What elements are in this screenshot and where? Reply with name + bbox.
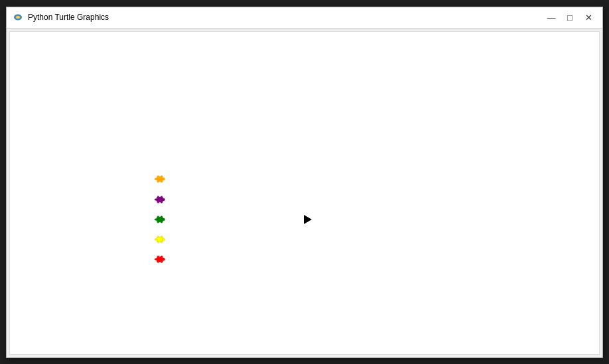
- turtle-yellow: [153, 234, 167, 245]
- svg-point-36: [155, 258, 157, 259]
- app-icon: [12, 11, 24, 23]
- turtle-canvas: [9, 31, 600, 355]
- svg-point-4: [15, 18, 16, 19]
- turtle-green: [153, 214, 167, 225]
- svg-point-3: [20, 15, 21, 17]
- svg-point-21: [163, 218, 165, 221]
- maximize-button[interactable]: □: [561, 10, 578, 25]
- svg-point-15: [155, 198, 157, 200]
- window-controls: — □ ✕: [543, 10, 597, 25]
- svg-point-35: [163, 258, 165, 261]
- close-button[interactable]: ✕: [580, 10, 597, 25]
- turtle-main-cursor: [304, 215, 312, 224]
- svg-point-14: [163, 198, 165, 201]
- svg-point-7: [163, 178, 165, 180]
- turtle-orange: [153, 174, 167, 184]
- svg-point-2: [15, 15, 16, 17]
- svg-point-29: [155, 238, 157, 239]
- window-title: Python Turtle Graphics: [28, 13, 543, 22]
- titlebar: Python Turtle Graphics — □ ✕: [7, 7, 602, 29]
- svg-point-28: [163, 238, 165, 241]
- turtle-purple: [153, 194, 167, 205]
- svg-point-8: [155, 178, 157, 179]
- svg-point-5: [20, 18, 21, 19]
- svg-point-22: [155, 218, 157, 219]
- application-window: Python Turtle Graphics — □ ✕: [6, 7, 603, 358]
- minimize-button[interactable]: —: [543, 10, 560, 25]
- turtle-red: [153, 254, 167, 265]
- svg-point-1: [16, 16, 20, 19]
